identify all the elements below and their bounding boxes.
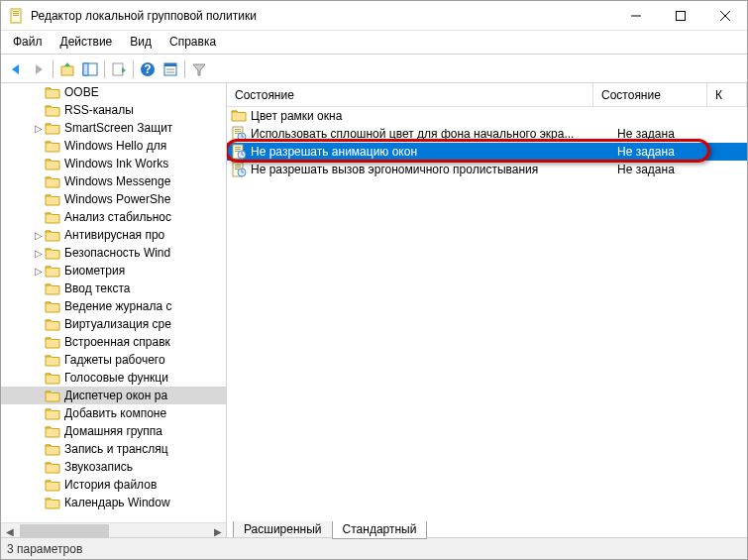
folder-icon	[45, 228, 60, 242]
folder-icon	[45, 478, 60, 492]
maximize-button[interactable]	[658, 1, 702, 31]
tab-standard[interactable]: Стандартный	[332, 521, 428, 539]
svg-rect-5	[676, 11, 685, 20]
tree-pane[interactable]: OOBERSS-каналы▷SmartScreen ЗащитWindows …	[1, 83, 227, 539]
folder-icon	[45, 353, 60, 367]
help-icon[interactable]: ?	[137, 58, 159, 80]
folder-icon	[45, 139, 60, 153]
tree-item-label: Гаджеты рабочего	[64, 353, 165, 367]
chevron-right-icon[interactable]: ▷	[33, 266, 45, 277]
tree-item[interactable]: Windows Hello для	[1, 137, 226, 155]
folder-icon	[45, 174, 60, 188]
svg-rect-2	[13, 13, 19, 14]
svg-rect-3	[13, 15, 19, 16]
svg-marker-15	[122, 67, 126, 73]
column-header-state2[interactable]: Состояние	[593, 83, 707, 106]
tree-item[interactable]: ▷Антивирусная про	[1, 226, 226, 244]
tree-item[interactable]: ▷Биометрия	[1, 262, 226, 280]
tree-item[interactable]: Календарь Window	[1, 494, 226, 511]
show-hide-tree-icon[interactable]	[79, 58, 101, 80]
chevron-right-icon[interactable]: ▷	[33, 248, 45, 259]
row-state: Не задана	[609, 163, 723, 176]
nav-back-button[interactable]	[5, 58, 27, 80]
row-state: Не задана	[609, 145, 723, 159]
folder-icon	[45, 210, 60, 224]
tree-item[interactable]: Домашняя группа	[1, 422, 226, 440]
list-row[interactable]: Не разрешать анимацию оконНе задана	[227, 143, 747, 161]
tree-item-label: Windows Ink Works	[64, 157, 168, 170]
folder-icon	[231, 108, 247, 124]
folder-icon	[45, 424, 60, 438]
list-row[interactable]: Не разрешать вызов эргономичного пролист…	[227, 161, 747, 178]
tree-item[interactable]: Windows Messenge	[1, 172, 226, 190]
folder-icon	[45, 317, 60, 331]
tree-item[interactable]: Анализ стабильнос	[1, 208, 226, 226]
folder-icon	[45, 281, 60, 295]
tree-item[interactable]: ▷SmartScreen Защит	[1, 119, 226, 137]
menu-help[interactable]: Справка	[161, 33, 224, 51]
row-state: Не задана	[609, 127, 723, 141]
svg-marker-11	[64, 62, 70, 66]
column-header-state[interactable]: Состояние	[227, 83, 593, 106]
tree-item[interactable]: Диспетчер окон ра	[1, 387, 226, 404]
policy-icon	[231, 126, 247, 142]
svg-rect-25	[235, 131, 241, 132]
folder-icon	[45, 121, 60, 135]
folder-icon	[45, 335, 60, 349]
tree-item-label: Windows Hello для	[64, 139, 166, 153]
chevron-right-icon[interactable]: ▷	[33, 123, 45, 134]
menu-view[interactable]: Вид	[122, 33, 160, 51]
nav-forward-button[interactable]	[28, 58, 50, 80]
list-row[interactable]: Использовать сплошной цвет для фона нача…	[227, 125, 747, 143]
folder-icon	[45, 299, 60, 313]
tree-item[interactable]: Виртуализация сре	[1, 315, 226, 333]
tree-item-label: Windows PowerShe	[64, 192, 170, 206]
tree-item[interactable]: История файлов	[1, 476, 226, 494]
nav-up-icon[interactable]	[56, 58, 78, 80]
menu-file[interactable]: Файл	[5, 33, 51, 51]
tree-item[interactable]: Windows Ink Works	[1, 155, 226, 172]
tree-item[interactable]: ▷Безопасность Wind	[1, 244, 226, 262]
folder-icon	[45, 371, 60, 385]
status-text: 3 параметров	[7, 542, 82, 556]
tree-item[interactable]: Добавить компоне	[1, 404, 226, 422]
svg-marker-9	[36, 64, 43, 74]
tree-item[interactable]: Встроенная справк	[1, 333, 226, 351]
tree-item[interactable]: RSS-каналы	[1, 101, 226, 119]
svg-rect-1	[13, 11, 19, 12]
tree-item[interactable]: OOBE	[1, 83, 226, 101]
tree-item[interactable]: Ведение журнала с	[1, 297, 226, 315]
row-label: Не разрешать анимацию окон	[251, 145, 609, 159]
properties-icon[interactable]	[160, 58, 181, 80]
chevron-right-icon[interactable]: ▷	[33, 230, 45, 241]
svg-rect-35	[235, 167, 241, 168]
svg-rect-29	[235, 147, 241, 148]
tree-item[interactable]: Windows PowerShe	[1, 190, 226, 208]
svg-rect-34	[235, 165, 241, 166]
tree-item-label: Добавить компоне	[64, 406, 166, 420]
tree-item-label: SmartScreen Защит	[64, 121, 172, 135]
tree-item[interactable]: Ввод текста	[1, 280, 226, 297]
tree-item-label: Антивирусная про	[64, 228, 164, 242]
policy-icon	[231, 144, 247, 160]
folder-icon	[45, 192, 60, 206]
tree-item-label: Биометрия	[64, 264, 125, 278]
tree-item[interactable]: Запись и трансляц	[1, 440, 226, 458]
svg-rect-13	[83, 63, 88, 75]
minimize-button[interactable]	[613, 1, 658, 31]
filter-icon[interactable]	[188, 58, 210, 80]
list-row[interactable]: Цвет рамки окна	[227, 107, 747, 125]
tree-item[interactable]: Звукозапись	[1, 458, 226, 476]
export-icon[interactable]	[108, 58, 130, 80]
tree-item[interactable]: Голосовые функци	[1, 369, 226, 387]
tree-item-label: OOBE	[64, 85, 99, 99]
close-button[interactable]	[702, 1, 747, 31]
tree-item-label: Анализ стабильнос	[64, 210, 171, 224]
folder-icon	[45, 157, 60, 170]
menu-action[interactable]: Действие	[53, 33, 121, 51]
svg-rect-30	[235, 149, 241, 150]
tree-item[interactable]: Гаджеты рабочего	[1, 351, 226, 369]
tree-item-label: Ввод текста	[64, 281, 130, 295]
column-header-comment[interactable]: К	[707, 83, 747, 106]
tree-item-label: Голосовые функци	[64, 371, 168, 385]
